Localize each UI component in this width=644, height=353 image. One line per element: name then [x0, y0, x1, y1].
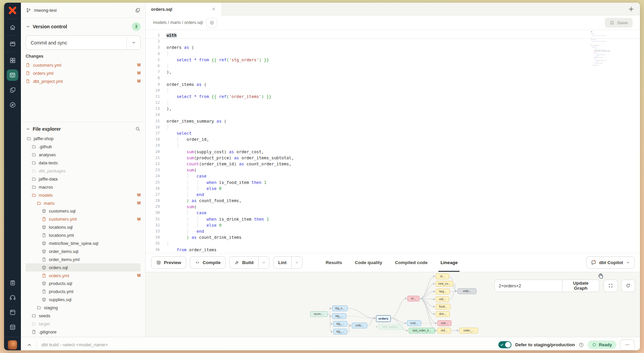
tree-item-products.yml[interactable]: products.yml [26, 288, 141, 296]
commit-options-dropdown[interactable] [126, 36, 140, 50]
tree-item-metricflow_time_spine.sql[interactable]: metricflow_time_spine.sql [26, 239, 141, 248]
code-line-22[interactable]: 22 count(order_item_id) as count_order_i… [146, 161, 640, 167]
save-button[interactable]: Save [605, 18, 633, 28]
tree-item-data-tests[interactable]: data-tests [26, 159, 141, 167]
code-line-12[interactable]: 12│ [146, 100, 640, 106]
refresh-graph-button[interactable] [621, 280, 635, 292]
lineage-node-ecom[interactable]: ecom.... [310, 311, 328, 317]
build-button[interactable]: Build [229, 256, 269, 269]
lineage-filter-input[interactable] [495, 280, 562, 292]
code-line-20[interactable]: 20 sum(supply_cost) as order_cost, [146, 149, 640, 155]
code-line-26[interactable]: 26 │ │ else 0 [146, 186, 640, 192]
rail-orchestration-button[interactable] [6, 83, 19, 97]
help-icon[interactable] [579, 342, 584, 348]
rail-apps-grid-button[interactable] [6, 53, 19, 68]
code-line-31[interactable]: 31 │ │ when is_drink_item then 1 [146, 216, 640, 222]
tab-results[interactable]: Results [326, 253, 342, 272]
code-line-7[interactable]: 7), [146, 69, 640, 75]
ide-status-badge[interactable]: Ready [588, 341, 616, 349]
close-icon[interactable] [211, 7, 216, 11]
code-line-28[interactable]: 28 ) as count_food_items, [146, 198, 640, 204]
code-line-36[interactable]: 36 from order_items [146, 247, 640, 253]
defer-toggle[interactable] [498, 341, 511, 348]
code-editor[interactable]: 1with23orders as (4│5 select * from {{ r… [146, 30, 640, 253]
tree-item-marts[interactable]: martsM [26, 199, 141, 207]
lineage-node-ord1[interactable]: orde... [352, 323, 367, 328]
lineage-node-y1[interactable]: or... [436, 274, 449, 279]
tree-item-target[interactable]: target [26, 320, 141, 328]
code-line-9[interactable]: 9order_items as ( [146, 82, 640, 88]
copy-icon[interactable] [135, 7, 141, 13]
tab-compiled-code[interactable]: Compiled code [395, 253, 428, 272]
tree-item-analyses[interactable]: analyses [26, 151, 141, 159]
code-line-23[interactable]: 23 sum( [146, 167, 640, 173]
lineage-node-tord[interactable]: test_order_it... [409, 328, 435, 333]
tree-item-models[interactable]: modelsM [26, 191, 141, 199]
code-line-8[interactable]: 8 [146, 75, 640, 81]
code-line-25[interactable]: 25 │ │ when is_food_item then 1 [146, 180, 640, 186]
code-line-21[interactable]: 21 sum(product_price) as order_items_sub… [146, 155, 640, 161]
lint-options-dropdown[interactable] [291, 257, 302, 268]
tree-item-order_items.yml[interactable]: order_items.yml [26, 255, 141, 263]
open-in-docs-button[interactable] [206, 18, 217, 28]
tree-item-.gitignore[interactable]: .gitignore [26, 328, 141, 336]
tab-code-quality[interactable]: Code quality [355, 253, 382, 272]
code-line-17[interactable]: 17 select [146, 130, 640, 136]
more-options-button[interactable] [620, 340, 635, 350]
lineage-node-stg1[interactable]: stg_o... [332, 306, 348, 311]
tree-item-locations.yml[interactable]: locations.yml [26, 231, 141, 239]
lineage-node-stg2[interactable]: stg_... [332, 313, 346, 319]
tree-item-order_items.sql[interactable]: order_items.sql [26, 247, 141, 255]
tree-item-orders.sql[interactable]: orders.sql [26, 263, 141, 271]
tree-item-products.sql[interactable]: products.sql [26, 280, 141, 288]
lineage-graph-panel[interactable]: ecom....stg_o...stg_...stg_...stg_...ord… [146, 272, 640, 337]
code-line-11[interactable]: 11 select * from {{ ref('order_items') }… [146, 94, 640, 100]
lineage-node-tsup[interactable]: test_supply... [378, 324, 403, 330]
code-line-27[interactable]: 27 │ end [146, 192, 640, 198]
tab-orders-sql[interactable]: orders.sql [146, 3, 222, 15]
lineage-node-orders[interactable]: orders [376, 315, 391, 322]
command-input[interactable] [41, 342, 258, 348]
tree-item-jaffle-shop[interactable]: jaffle-shop [26, 135, 141, 143]
tree-item-locations.sql[interactable]: locations.sql [26, 223, 141, 231]
version-control-header[interactable]: Version control 3 [26, 22, 141, 31]
compile-button[interactable]: Compile [190, 256, 226, 269]
code-line-34[interactable]: 34 ) as count_drink_items [146, 234, 640, 240]
rail-deploy-button[interactable] [6, 36, 19, 51]
code-line-33[interactable]: 33 │ end [146, 228, 640, 234]
file-explorer-header[interactable]: File explorer [26, 126, 141, 132]
lineage-node-orp[interactable]: or... [407, 296, 419, 301]
code-line-4[interactable]: 4│ [146, 51, 640, 57]
rail-explore-compass-button[interactable] [6, 97, 19, 112]
tree-item-dbt_packages[interactable]: dbt_packages [26, 167, 141, 175]
tree-item-customers.yml[interactable]: customers.ymlM [26, 215, 141, 223]
expand-command-bar-button[interactable] [26, 342, 32, 348]
change-item-customers.yml[interactable]: customers.ymlM [26, 61, 141, 69]
tab-lineage[interactable]: Lineage [440, 253, 458, 272]
build-options-dropdown[interactable] [258, 257, 269, 268]
code-line-16[interactable]: 16│ [146, 124, 640, 130]
code-line-2[interactable]: 2 [146, 38, 640, 44]
search-icon[interactable] [135, 126, 141, 132]
tree-item-orders.yml[interactable]: orders.ymlM [26, 271, 141, 280]
update-graph-button[interactable]: Update Graph [562, 280, 599, 292]
editor-minimap[interactable]: 1with23orders as (4│5 select * from {{ r… [591, 31, 610, 92]
tree-item-staging[interactable]: staging [26, 304, 141, 312]
fullscreen-button[interactable] [604, 280, 618, 292]
code-line-35[interactable]: 35│ [146, 240, 640, 247]
lineage-node-y3[interactable]: larg... [436, 289, 450, 294]
tree-item-jaffle-data[interactable]: jaffle-data [26, 175, 141, 183]
code-line-10[interactable]: 10│ [146, 88, 640, 94]
lineage-node-gray1[interactable]: orde... [458, 288, 476, 294]
dbt-copilot-button[interactable]: dbt Copilot [586, 256, 635, 269]
tree-item-customers.sql[interactable]: customers.sql [26, 207, 141, 215]
rail-support-headset-button[interactable] [6, 290, 19, 305]
lineage-node-cust[interactable]: cust... [407, 320, 421, 326]
code-line-6[interactable]: 6│ [146, 63, 640, 69]
code-line-32[interactable]: 32 │ │ else 0 [146, 222, 640, 228]
lineage-node-stg4[interactable]: stg_... [333, 329, 347, 334]
user-avatar[interactable] [8, 337, 17, 350]
rail-clipboard-button[interactable] [6, 276, 19, 290]
tree-item-seeds[interactable]: seeds [26, 312, 141, 320]
new-tab-button[interactable] [628, 6, 635, 12]
